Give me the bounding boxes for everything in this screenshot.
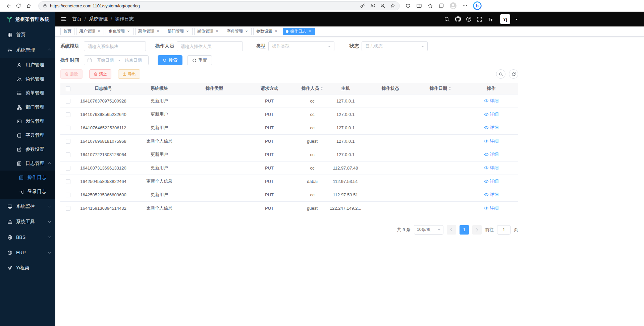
- close-icon[interactable]: [156, 29, 160, 34]
- close-icon[interactable]: [126, 29, 130, 34]
- row-checkbox[interactable]: [66, 99, 70, 104]
- tab-role-mgmt[interactable]: 角色管理: [106, 28, 133, 35]
- fullscreen-icon[interactable]: [477, 16, 482, 22]
- chevron-down-icon[interactable]: [515, 19, 518, 21]
- next-page-button[interactable]: [472, 225, 482, 235]
- close-icon[interactable]: [274, 29, 278, 34]
- browser-home-icon[interactable]: [23, 1, 34, 10]
- detail-link[interactable]: 详细: [484, 192, 499, 198]
- sidebar-item-operation-log[interactable]: 操作日志: [0, 171, 55, 185]
- close-icon[interactable]: [185, 29, 190, 34]
- sidebar-item-system-tools[interactable]: 系统工具: [0, 214, 55, 230]
- favorites-icon[interactable]: [427, 3, 433, 9]
- detail-link[interactable]: 详细: [484, 98, 499, 104]
- col-date[interactable]: 操作日期: [417, 83, 464, 94]
- sidebar-item-erp[interactable]: ERP: [0, 245, 55, 260]
- browser-address-bar[interactable]: https://ccnetcore.com:1101/system/log/op…: [38, 1, 400, 10]
- sidebar-item-param-settings[interactable]: 参数设置: [0, 142, 55, 156]
- detail-link[interactable]: 详细: [484, 111, 499, 117]
- reset-button[interactable]: 重置: [187, 55, 212, 65]
- sidebar-item-yi-framework[interactable]: Yi框架: [0, 260, 55, 276]
- row-checkbox[interactable]: [66, 112, 70, 117]
- row-checkbox[interactable]: [66, 166, 70, 171]
- detail-link[interactable]: 详细: [484, 178, 499, 184]
- tab-post-mgmt[interactable]: 岗位管理: [194, 28, 222, 35]
- user-avatar[interactable]: Yj: [500, 14, 510, 24]
- refresh-table-icon[interactable]: [509, 69, 518, 79]
- row-checkbox[interactable]: [66, 179, 70, 184]
- row-checkbox[interactable]: [66, 152, 70, 157]
- browser-refresh-icon[interactable]: [13, 1, 23, 10]
- export-button[interactable]: 导出: [118, 69, 140, 79]
- sidebar-item-menu-mgmt[interactable]: 菜单管理: [0, 86, 55, 100]
- detail-link[interactable]: 详细: [484, 125, 499, 131]
- detail-link[interactable]: 详细: [484, 151, 499, 157]
- browser-essentials-icon[interactable]: [405, 3, 411, 9]
- sidebar-item-dict-mgmt[interactable]: 字典管理: [0, 128, 55, 142]
- close-icon[interactable]: [245, 29, 249, 34]
- github-icon[interactable]: [455, 16, 461, 22]
- operator-input[interactable]: [177, 41, 243, 51]
- refresh-icon: [192, 58, 197, 63]
- breadcrumb-system-mgmt[interactable]: 系统管理: [89, 16, 108, 22]
- read-aloud-icon[interactable]: [370, 3, 375, 8]
- search-button[interactable]: 搜索: [158, 55, 182, 65]
- breadcrumb-home[interactable]: 首页: [72, 16, 82, 22]
- sidebar-item-role-mgmt[interactable]: 角色管理: [0, 72, 55, 86]
- detail-link[interactable]: 详细: [484, 165, 499, 171]
- collections-icon[interactable]: [438, 3, 444, 9]
- close-icon[interactable]: [97, 29, 101, 34]
- browser-back-icon[interactable]: [3, 1, 13, 10]
- tab-dict-mgmt[interactable]: 字典管理: [224, 28, 252, 35]
- col-operator[interactable]: 操作人员: [298, 83, 327, 94]
- tab-user-mgmt[interactable]: 用户管理: [76, 28, 104, 35]
- add-favorite-star-icon[interactable]: [390, 3, 395, 8]
- page-number-button[interactable]: 1: [460, 225, 469, 235]
- type-select[interactable]: 操作类型: [268, 41, 334, 51]
- sidebar-item-user-mgmt[interactable]: 用户管理: [0, 58, 55, 72]
- clear-button[interactable]: 清空: [89, 69, 111, 79]
- sort-carets-icon[interactable]: [320, 85, 323, 91]
- bing-discover-icon[interactable]: b: [473, 1, 482, 10]
- goto-page-input[interactable]: [497, 225, 511, 235]
- toggle-search-icon[interactable]: [496, 69, 505, 79]
- saved-password-key-icon[interactable]: [360, 3, 365, 8]
- tab-dept-mgmt[interactable]: 部门管理: [165, 28, 193, 35]
- profile-avatar[interactable]: [449, 2, 457, 9]
- sidebar-item-system-mgmt[interactable]: 系统管理: [0, 43, 55, 58]
- header-search-icon[interactable]: [444, 16, 450, 22]
- hamburger-icon[interactable]: [61, 16, 67, 22]
- delete-button[interactable]: 删除: [60, 69, 83, 79]
- font-size-icon[interactable]: [487, 16, 493, 22]
- page-size-select[interactable]: 10条/页: [414, 225, 443, 235]
- row-checkbox[interactable]: [66, 139, 70, 144]
- sidebar-item-post-mgmt[interactable]: 岗位管理: [0, 114, 55, 128]
- date-range-picker[interactable]: 开始日期 - 结束日期: [84, 55, 149, 65]
- sort-carets-icon[interactable]: [448, 85, 451, 91]
- module-input[interactable]: [84, 41, 146, 51]
- tab-home[interactable]: 首页: [60, 28, 74, 35]
- sidebar-item-bbs[interactable]: BBS: [0, 230, 55, 245]
- sidebar-item-system-monitor[interactable]: 系统监控: [0, 199, 55, 214]
- sidebar-item-login-log[interactable]: 登录日志: [0, 185, 55, 199]
- help-icon[interactable]: [466, 16, 472, 22]
- sidebar-item-home[interactable]: 首页: [0, 27, 55, 43]
- detail-link[interactable]: 详细: [484, 205, 499, 211]
- sidebar-item-dept-mgmt[interactable]: 部门管理: [0, 100, 55, 114]
- tab-operation-log[interactable]: 操作日志: [283, 28, 315, 35]
- row-checkbox[interactable]: [66, 206, 70, 211]
- row-checkbox[interactable]: [66, 126, 70, 130]
- close-icon[interactable]: [215, 29, 219, 34]
- zoom-out-icon[interactable]: [380, 3, 385, 8]
- sidebar-item-log-mgmt[interactable]: 日志管理: [0, 156, 55, 171]
- prev-page-button[interactable]: [447, 225, 456, 235]
- settings-more-icon[interactable]: [462, 3, 468, 8]
- tab-param-settings[interactable]: 参数设置: [253, 28, 281, 35]
- status-select[interactable]: 日志状态: [362, 41, 428, 51]
- tab-menu-mgmt[interactable]: 菜单管理: [135, 28, 163, 35]
- split-screen-icon[interactable]: [416, 3, 422, 9]
- row-checkbox[interactable]: [66, 193, 70, 197]
- select-all-checkbox[interactable]: [66, 86, 70, 91]
- close-icon[interactable]: [308, 29, 312, 34]
- detail-link[interactable]: 详细: [484, 138, 499, 144]
